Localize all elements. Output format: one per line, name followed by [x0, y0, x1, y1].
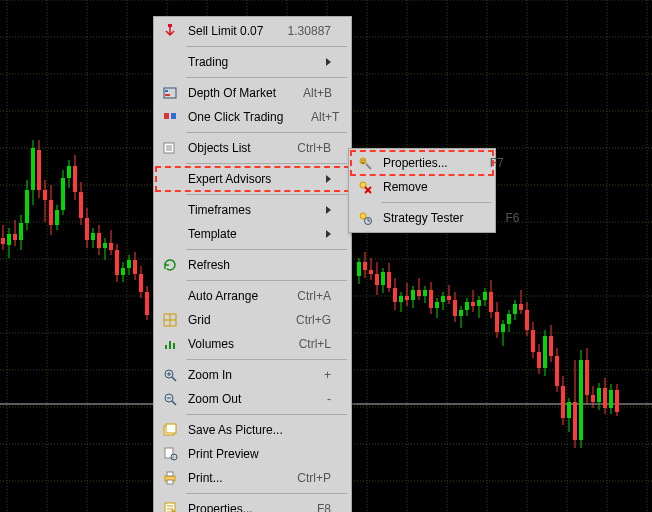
print-icon — [156, 466, 184, 490]
svg-rect-194 — [165, 448, 173, 458]
submenu-arrow-icon — [326, 58, 331, 66]
submenu-arrow-icon — [326, 175, 331, 183]
menu-print-preview[interactable]: Print Preview — [156, 442, 349, 466]
menu-label: Properties... — [184, 502, 275, 512]
grid-icon — [156, 308, 184, 332]
svg-rect-124 — [483, 292, 487, 300]
svg-rect-150 — [561, 386, 565, 418]
svg-rect-40 — [25, 190, 29, 223]
menu-shortcut: + — [275, 368, 331, 382]
svg-rect-84 — [363, 262, 367, 270]
menu-label: Template — [184, 227, 326, 241]
menu-label: Grid — [184, 313, 275, 327]
menu-trading[interactable]: Trading — [156, 50, 349, 74]
svg-rect-48 — [49, 200, 53, 225]
menu-shortcut: - — [275, 392, 331, 406]
menu-refresh[interactable]: Refresh — [156, 253, 349, 277]
menu-label: Depth Of Market — [184, 86, 276, 100]
menu-label: Zoom In — [184, 368, 275, 382]
separator — [186, 163, 347, 164]
svg-rect-86 — [369, 270, 373, 274]
menu-expert-advisors[interactable]: Expert Advisors — [156, 167, 349, 191]
svg-rect-156 — [579, 360, 583, 440]
menu-label: Strategy Tester — [379, 211, 463, 225]
menu-label: Objects List — [184, 141, 275, 155]
separator — [381, 202, 491, 203]
menu-shortcut: F6 — [463, 211, 519, 225]
submenu-properties[interactable]: Properties... F7 — [351, 151, 493, 175]
svg-rect-56 — [73, 166, 77, 192]
separator — [186, 493, 347, 494]
svg-rect-66 — [103, 243, 107, 248]
svg-rect-52 — [61, 178, 65, 210]
svg-rect-34 — [7, 234, 11, 245]
menu-shortcut: Ctrl+G — [275, 313, 331, 327]
expert-advisors-submenu: Properties... F7 Remove Strategy Tester … — [348, 148, 496, 233]
svg-rect-58 — [79, 192, 83, 218]
svg-rect-172 — [165, 94, 170, 96]
svg-rect-50 — [55, 210, 59, 225]
menu-label: Volumes — [184, 337, 275, 351]
submenu-strategy-tester[interactable]: Strategy Tester F6 — [351, 206, 493, 230]
chart-context-menu: Sell Limit 0.07 1.30887 Trading Depth Of… — [153, 16, 352, 512]
svg-rect-198 — [167, 480, 173, 484]
svg-rect-169 — [168, 24, 172, 27]
menu-shortcut: Alt+B — [276, 86, 332, 100]
menu-label: Sell Limit 0.07 — [184, 24, 270, 38]
menu-depth-of-market[interactable]: Depth Of Market Alt+B — [156, 81, 349, 105]
svg-rect-68 — [109, 243, 113, 250]
svg-rect-88 — [375, 274, 379, 285]
menu-zoom-out[interactable]: Zoom Out - — [156, 387, 349, 411]
svg-rect-168 — [615, 390, 619, 412]
menu-label: Remove — [379, 180, 475, 194]
menu-sell-limit[interactable]: Sell Limit 0.07 1.30887 — [156, 19, 349, 43]
svg-rect-106 — [429, 290, 433, 308]
svg-rect-138 — [525, 310, 529, 330]
svg-rect-96 — [399, 296, 403, 302]
svg-rect-82 — [357, 262, 361, 276]
svg-rect-60 — [85, 218, 89, 240]
menu-grid[interactable]: Grid Ctrl+G — [156, 308, 349, 332]
svg-rect-36 — [13, 234, 17, 240]
separator — [186, 132, 347, 133]
menu-shortcut: F7 — [448, 156, 504, 170]
menu-objects-list[interactable]: Objects List Ctrl+B — [156, 136, 349, 160]
svg-rect-126 — [489, 292, 493, 312]
separator — [186, 359, 347, 360]
properties-icon — [156, 497, 184, 512]
svg-point-206 — [360, 213, 366, 219]
svg-rect-158 — [585, 360, 589, 395]
menu-value: 1.30887 — [270, 24, 331, 38]
svg-rect-136 — [519, 304, 523, 310]
svg-line-190 — [172, 401, 176, 405]
menu-timeframes[interactable]: Timeframes — [156, 198, 349, 222]
svg-point-202 — [363, 159, 364, 160]
svg-rect-118 — [465, 302, 469, 310]
svg-rect-90 — [381, 272, 385, 285]
svg-rect-182 — [165, 345, 167, 349]
svg-rect-70 — [115, 250, 119, 275]
svg-rect-100 — [411, 290, 415, 300]
menu-properties[interactable]: Properties... F8 — [156, 497, 349, 512]
menu-print[interactable]: Print... Ctrl+P — [156, 466, 349, 490]
menu-zoom-in[interactable]: Zoom In + — [156, 363, 349, 387]
menu-shortcut: Ctrl+L — [275, 337, 331, 351]
menu-template[interactable]: Template — [156, 222, 349, 246]
svg-rect-108 — [435, 302, 439, 308]
menu-auto-arrange[interactable]: Auto Arrange Ctrl+A — [156, 284, 349, 308]
zoom-out-icon — [156, 387, 184, 411]
ea-remove-icon — [351, 175, 379, 199]
submenu-arrow-icon — [326, 230, 331, 238]
menu-label: Timeframes — [184, 203, 326, 217]
submenu-remove[interactable]: Remove — [351, 175, 493, 199]
svg-rect-72 — [121, 268, 125, 275]
menu-label: Refresh — [184, 258, 331, 272]
menu-save-as-picture[interactable]: Save As Picture... — [156, 418, 349, 442]
depth-of-market-icon — [156, 81, 184, 105]
svg-rect-116 — [459, 310, 463, 316]
menu-one-click-trading[interactable]: One Click Trading Alt+T — [156, 105, 349, 129]
print-preview-icon — [156, 442, 184, 466]
svg-rect-144 — [543, 336, 547, 368]
menu-volumes[interactable]: Volumes Ctrl+L — [156, 332, 349, 356]
svg-rect-171 — [165, 90, 168, 92]
